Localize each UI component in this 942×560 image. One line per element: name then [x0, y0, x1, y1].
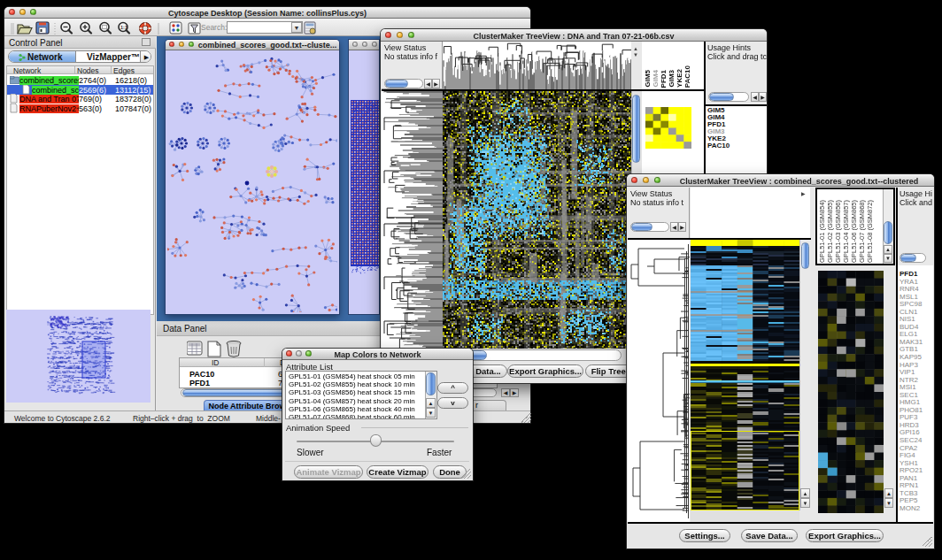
- svg-text:1:1: 1:1: [120, 25, 127, 30]
